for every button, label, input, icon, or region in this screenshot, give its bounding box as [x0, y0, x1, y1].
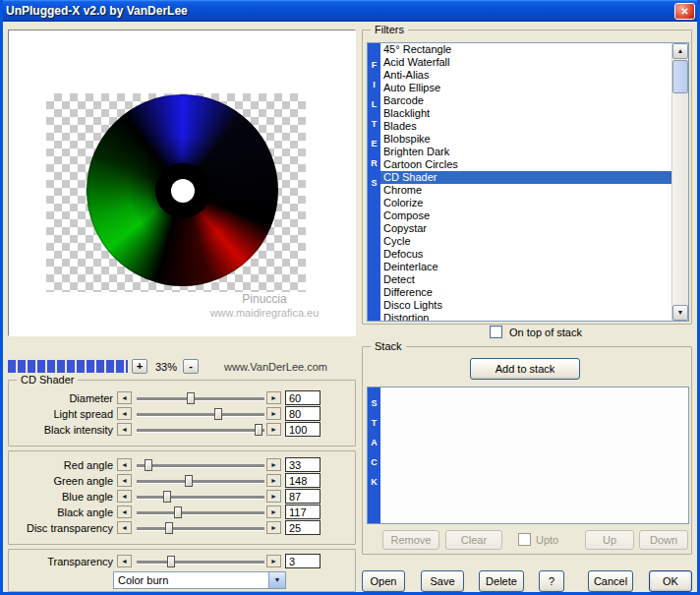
- filter-item[interactable]: Deinterlace: [380, 261, 671, 273]
- help-button[interactable]: ?: [539, 570, 564, 592]
- slider-thumb[interactable]: [174, 506, 182, 518]
- up-button[interactable]: Up: [585, 530, 634, 550]
- angles-group: Red angle◄►33Green angle◄►148Blue angle◄…: [8, 450, 356, 545]
- down-button[interactable]: Down: [639, 530, 688, 550]
- slider-value[interactable]: 80: [285, 406, 321, 421]
- filter-item[interactable]: Acid Waterfall: [380, 56, 671, 69]
- slider-left-arrow-icon[interactable]: ◄: [117, 423, 132, 436]
- filter-item[interactable]: Blobspike: [380, 133, 671, 146]
- slider-value[interactable]: 100: [285, 422, 321, 437]
- scroll-down-icon[interactable]: ▼: [672, 305, 688, 321]
- slider-right-arrow-icon[interactable]: ►: [266, 423, 281, 436]
- delete-button[interactable]: Delete: [479, 570, 524, 592]
- filter-item[interactable]: 45° Rectangle: [380, 43, 671, 56]
- filter-scrollbar[interactable]: ▲ ▼: [671, 43, 688, 321]
- slider-right-arrow-icon[interactable]: ►: [266, 407, 281, 420]
- slider-right-arrow-icon[interactable]: ►: [266, 506, 281, 518]
- slider-thumb[interactable]: [255, 424, 262, 436]
- slider-right-arrow-icon[interactable]: ►: [266, 474, 281, 487]
- zoom-out-button[interactable]: -: [183, 359, 199, 374]
- filter-item[interactable]: Disco Lights: [380, 299, 671, 312]
- add-to-stack-button[interactable]: Add to stack: [470, 358, 580, 380]
- slider-track[interactable]: [137, 429, 264, 432]
- slider-thumb[interactable]: [167, 556, 175, 567]
- filter-item[interactable]: Detect: [380, 273, 671, 286]
- vertical-letter: T: [372, 114, 378, 134]
- vertical-letter: S: [371, 393, 377, 413]
- upto-checkbox[interactable]: [518, 533, 531, 546]
- cd-shader-group: CD Shader Diameter◄►60Light spread◄►80Bl…: [8, 380, 356, 446]
- filter-item[interactable]: Defocus: [380, 248, 671, 261]
- slider-left-arrow-icon[interactable]: ◄: [117, 521, 132, 534]
- slider-track[interactable]: [137, 480, 264, 483]
- filter-item[interactable]: Copystar: [380, 222, 671, 235]
- slider-track[interactable]: [137, 413, 264, 416]
- slider-right-arrow-icon[interactable]: ►: [266, 458, 281, 471]
- filter-list[interactable]: 45° RectangleAcid WaterfallAnti-AliasAut…: [380, 43, 671, 321]
- filter-item[interactable]: Difference: [380, 286, 671, 299]
- filter-item[interactable]: Cartoon Circles: [380, 158, 671, 171]
- slider-value[interactable]: 25: [285, 520, 321, 535]
- filter-item[interactable]: Anti-Alias: [380, 69, 671, 82]
- slider-value[interactable]: 117: [285, 505, 321, 519]
- slider-thumb[interactable]: [214, 408, 222, 420]
- filter-item[interactable]: Blacklight: [380, 107, 671, 120]
- close-button[interactable]: ✕: [674, 3, 695, 20]
- slider-track[interactable]: [137, 464, 264, 467]
- slider-value[interactable]: 87: [285, 489, 321, 504]
- slider-thumb[interactable]: [165, 522, 173, 534]
- slider-left-arrow-icon[interactable]: ◄: [117, 458, 132, 471]
- filter-item[interactable]: Cycle: [380, 235, 671, 248]
- on-top-of-stack-checkbox[interactable]: [490, 326, 502, 338]
- zoom-in-button[interactable]: +: [132, 359, 147, 374]
- slider-value[interactable]: 60: [285, 390, 321, 405]
- slider-thumb[interactable]: [185, 475, 193, 487]
- filter-item[interactable]: Compose: [380, 209, 671, 222]
- vendor-website-link[interactable]: www.VanDerLee.com: [224, 361, 327, 373]
- filter-item[interactable]: Chrome: [380, 184, 671, 197]
- slider-right-arrow-icon[interactable]: ►: [266, 521, 281, 534]
- slider-left-arrow-icon[interactable]: ◄: [117, 490, 132, 503]
- clear-button[interactable]: Clear: [445, 530, 502, 550]
- preview-panel[interactable]: Pinuccia www.maidiregrafica.eu: [8, 30, 356, 336]
- blend-mode-select[interactable]: Color burn ▼: [113, 571, 286, 589]
- slider-right-arrow-icon[interactable]: ►: [266, 555, 281, 567]
- filter-item[interactable]: Distortion: [380, 312, 671, 321]
- cancel-button[interactable]: Cancel: [588, 570, 633, 592]
- filter-item[interactable]: Brighten Dark: [380, 146, 671, 158]
- slider-value[interactable]: 148: [285, 473, 321, 488]
- preview-image[interactable]: [46, 93, 306, 292]
- slider-left-arrow-icon[interactable]: ◄: [117, 474, 132, 487]
- slider-left-arrow-icon[interactable]: ◄: [117, 555, 132, 567]
- slider-row: Light spread◄►80: [9, 406, 355, 422]
- slider-track[interactable]: [137, 496, 264, 499]
- filter-item[interactable]: Auto Ellipse: [380, 82, 671, 94]
- filter-item[interactable]: Barcode: [380, 94, 671, 107]
- filter-item[interactable]: CD Shader: [380, 171, 671, 184]
- slider-thumb[interactable]: [145, 459, 152, 471]
- slider-value[interactable]: 33: [285, 457, 321, 472]
- slider-track[interactable]: [137, 397, 264, 400]
- slider-track[interactable]: [137, 527, 264, 530]
- filter-item[interactable]: Blades: [380, 120, 671, 133]
- slider-track[interactable]: [137, 511, 264, 514]
- slider-left-arrow-icon[interactable]: ◄: [117, 506, 132, 518]
- slider-right-arrow-icon[interactable]: ►: [266, 490, 281, 503]
- save-button[interactable]: Save: [421, 570, 464, 592]
- slider-thumb[interactable]: [163, 491, 171, 503]
- slider-value[interactable]: 3: [285, 554, 321, 568]
- stack-list[interactable]: [380, 387, 688, 523]
- open-button[interactable]: Open: [362, 570, 405, 592]
- remove-button[interactable]: Remove: [382, 530, 439, 550]
- ok-button[interactable]: OK: [649, 570, 692, 592]
- scrollbar-thumb[interactable]: [672, 60, 688, 93]
- scroll-up-icon[interactable]: ▲: [672, 43, 688, 59]
- slider-right-arrow-icon[interactable]: ►: [266, 391, 281, 404]
- slider-left-arrow-icon[interactable]: ◄: [117, 407, 132, 420]
- titlebar[interactable]: UnPlugged-X v2.0 by VanDerLee: [0, 0, 700, 22]
- filter-item[interactable]: Colorize: [380, 197, 671, 209]
- slider-thumb[interactable]: [187, 392, 195, 404]
- chevron-down-icon[interactable]: ▼: [268, 572, 285, 588]
- slider-track[interactable]: [137, 561, 264, 564]
- slider-left-arrow-icon[interactable]: ◄: [117, 391, 132, 404]
